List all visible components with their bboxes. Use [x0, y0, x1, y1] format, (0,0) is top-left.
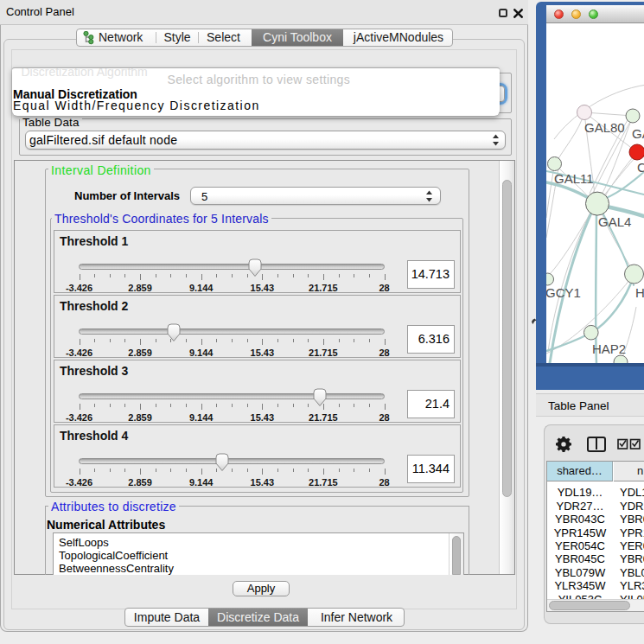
svg-text:HAP2: HAP2	[592, 341, 626, 356]
svg-text:GA: GA	[632, 126, 644, 141]
svg-text:GCY1: GCY1	[546, 285, 581, 300]
svg-text:GAL4: GAL4	[598, 214, 631, 229]
svg-text:C: C	[637, 160, 644, 175]
svg-text:GAL80: GAL80	[584, 120, 625, 135]
svg-text:H: H	[635, 285, 644, 300]
svg-text:GAL11: GAL11	[554, 171, 594, 186]
